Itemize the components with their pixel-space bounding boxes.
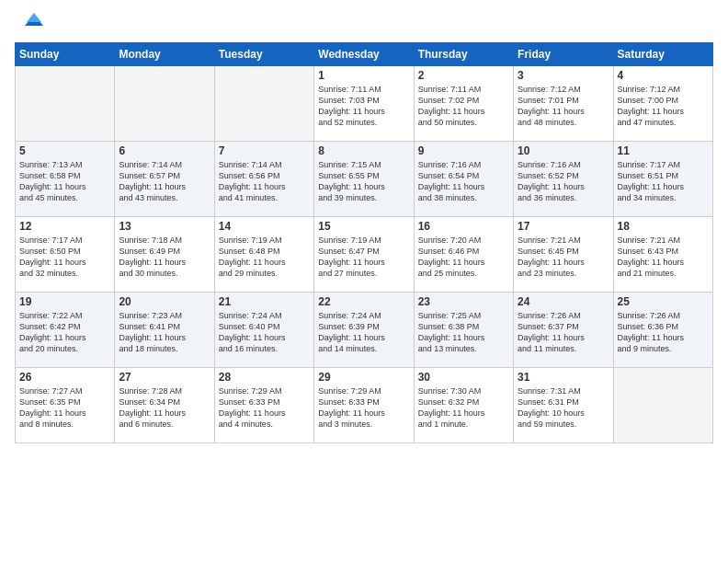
table-row: 20Sunrise: 7:23 AM Sunset: 6:41 PM Dayli…	[115, 293, 214, 368]
day-number: 28	[219, 371, 310, 384]
svg-marker-1	[27, 13, 41, 22]
day-info: Sunrise: 7:21 AM Sunset: 6:45 PM Dayligh…	[518, 235, 609, 280]
day-number: 10	[518, 144, 609, 157]
day-info: Sunrise: 7:29 AM Sunset: 6:33 PM Dayligh…	[318, 385, 409, 431]
day-number: 15	[318, 220, 409, 233]
table-row: 24Sunrise: 7:26 AM Sunset: 6:37 PM Dayli…	[514, 293, 613, 368]
day-info: Sunrise: 7:23 AM Sunset: 6:41 PM Dayligh…	[119, 310, 210, 355]
day-info: Sunrise: 7:25 AM Sunset: 6:38 PM Dayligh…	[418, 310, 509, 355]
day-info: Sunrise: 7:28 AM Sunset: 6:34 PM Dayligh…	[119, 385, 210, 431]
header-monday: Monday	[115, 43, 214, 66]
table-row: 10Sunrise: 7:16 AM Sunset: 6:52 PM Dayli…	[514, 142, 613, 217]
table-row: 26Sunrise: 7:27 AM Sunset: 6:35 PM Dayli…	[16, 368, 115, 443]
weekday-header-row: Sunday Monday Tuesday Wednesday Thursday…	[16, 43, 713, 66]
header-thursday: Thursday	[414, 43, 513, 66]
day-info: Sunrise: 7:12 AM Sunset: 7:00 PM Dayligh…	[618, 84, 709, 129]
day-number: 22	[318, 295, 409, 308]
logo-text	[15, 11, 43, 33]
table-row: 11Sunrise: 7:17 AM Sunset: 6:51 PM Dayli…	[613, 142, 712, 217]
day-info: Sunrise: 7:17 AM Sunset: 6:51 PM Dayligh…	[618, 159, 709, 204]
table-row: 12Sunrise: 7:17 AM Sunset: 6:50 PM Dayli…	[16, 217, 115, 293]
day-number: 11	[618, 144, 709, 157]
calendar-week-row: 1Sunrise: 7:11 AM Sunset: 7:03 PM Daylig…	[16, 66, 713, 142]
table-row: 22Sunrise: 7:24 AM Sunset: 6:39 PM Dayli…	[314, 293, 414, 368]
day-number: 23	[418, 295, 509, 308]
table-row: 18Sunrise: 7:21 AM Sunset: 6:43 PM Dayli…	[613, 217, 712, 293]
table-row: 25Sunrise: 7:26 AM Sunset: 6:36 PM Dayli…	[613, 293, 712, 368]
day-info: Sunrise: 7:19 AM Sunset: 6:48 PM Dayligh…	[219, 235, 310, 280]
table-row: 3Sunrise: 7:12 AM Sunset: 7:01 PM Daylig…	[514, 66, 613, 142]
header	[15, 11, 713, 33]
table-row	[115, 66, 214, 142]
table-row: 21Sunrise: 7:24 AM Sunset: 6:40 PM Dayli…	[214, 293, 313, 368]
header-sunday: Sunday	[16, 43, 115, 66]
table-row: 19Sunrise: 7:22 AM Sunset: 6:42 PM Dayli…	[16, 293, 115, 368]
day-info: Sunrise: 7:17 AM Sunset: 6:50 PM Dayligh…	[19, 235, 110, 280]
table-row: 4Sunrise: 7:12 AM Sunset: 7:00 PM Daylig…	[613, 66, 712, 142]
day-number: 16	[418, 220, 509, 233]
table-row: 5Sunrise: 7:13 AM Sunset: 6:58 PM Daylig…	[16, 142, 115, 217]
table-row: 30Sunrise: 7:30 AM Sunset: 6:32 PM Dayli…	[414, 368, 513, 443]
table-row	[16, 66, 115, 142]
calendar: Sunday Monday Tuesday Wednesday Thursday…	[15, 42, 713, 443]
day-info: Sunrise: 7:26 AM Sunset: 6:36 PM Dayligh…	[618, 310, 709, 355]
logo-icon	[17, 7, 43, 33]
day-info: Sunrise: 7:26 AM Sunset: 6:37 PM Dayligh…	[518, 310, 609, 355]
table-row: 31Sunrise: 7:31 AM Sunset: 6:31 PM Dayli…	[514, 368, 613, 443]
table-row: 2Sunrise: 7:11 AM Sunset: 7:02 PM Daylig…	[414, 66, 513, 142]
header-wednesday: Wednesday	[314, 43, 414, 66]
day-info: Sunrise: 7:19 AM Sunset: 6:47 PM Dayligh…	[318, 235, 409, 280]
day-info: Sunrise: 7:29 AM Sunset: 6:33 PM Dayligh…	[219, 385, 310, 431]
day-number: 6	[119, 144, 210, 157]
day-info: Sunrise: 7:22 AM Sunset: 6:42 PM Dayligh…	[19, 310, 110, 355]
table-row	[214, 66, 313, 142]
day-info: Sunrise: 7:11 AM Sunset: 7:02 PM Dayligh…	[418, 84, 509, 129]
day-info: Sunrise: 7:14 AM Sunset: 6:57 PM Dayligh…	[119, 159, 210, 204]
calendar-week-row: 5Sunrise: 7:13 AM Sunset: 6:58 PM Daylig…	[16, 142, 713, 217]
day-number: 30	[418, 371, 509, 384]
day-number: 8	[318, 144, 409, 157]
table-row: 8Sunrise: 7:15 AM Sunset: 6:55 PM Daylig…	[314, 142, 414, 217]
day-info: Sunrise: 7:14 AM Sunset: 6:56 PM Dayligh…	[219, 159, 310, 204]
day-number: 4	[618, 69, 709, 82]
day-number: 13	[119, 220, 210, 233]
day-number: 5	[19, 144, 110, 157]
day-info: Sunrise: 7:11 AM Sunset: 7:03 PM Dayligh…	[318, 84, 409, 129]
day-number: 20	[119, 295, 210, 308]
table-row: 23Sunrise: 7:25 AM Sunset: 6:38 PM Dayli…	[414, 293, 513, 368]
calendar-week-row: 19Sunrise: 7:22 AM Sunset: 6:42 PM Dayli…	[16, 293, 713, 368]
day-number: 2	[418, 69, 509, 82]
table-row: 1Sunrise: 7:11 AM Sunset: 7:03 PM Daylig…	[314, 66, 414, 142]
day-number: 18	[618, 220, 709, 233]
day-info: Sunrise: 7:30 AM Sunset: 6:32 PM Dayligh…	[418, 385, 509, 431]
day-info: Sunrise: 7:13 AM Sunset: 6:58 PM Dayligh…	[19, 159, 110, 204]
calendar-week-row: 26Sunrise: 7:27 AM Sunset: 6:35 PM Dayli…	[16, 368, 713, 443]
table-row: 17Sunrise: 7:21 AM Sunset: 6:45 PM Dayli…	[514, 217, 613, 293]
day-info: Sunrise: 7:24 AM Sunset: 6:40 PM Dayligh…	[219, 310, 310, 355]
day-number: 12	[19, 220, 110, 233]
header-saturday: Saturday	[613, 43, 712, 66]
day-info: Sunrise: 7:16 AM Sunset: 6:54 PM Dayligh…	[418, 159, 509, 204]
header-tuesday: Tuesday	[214, 43, 313, 66]
day-number: 25	[618, 295, 709, 308]
table-row: 27Sunrise: 7:28 AM Sunset: 6:34 PM Dayli…	[115, 368, 214, 443]
day-info: Sunrise: 7:24 AM Sunset: 6:39 PM Dayligh…	[318, 310, 409, 355]
day-info: Sunrise: 7:21 AM Sunset: 6:43 PM Dayligh…	[618, 235, 709, 280]
calendar-week-row: 12Sunrise: 7:17 AM Sunset: 6:50 PM Dayli…	[16, 217, 713, 293]
day-number: 24	[518, 295, 609, 308]
day-info: Sunrise: 7:16 AM Sunset: 6:52 PM Dayligh…	[518, 159, 609, 204]
table-row: 14Sunrise: 7:19 AM Sunset: 6:48 PM Dayli…	[214, 217, 313, 293]
page: Sunday Monday Tuesday Wednesday Thursday…	[0, 0, 728, 563]
table-row: 15Sunrise: 7:19 AM Sunset: 6:47 PM Dayli…	[314, 217, 414, 293]
header-friday: Friday	[514, 43, 613, 66]
day-number: 31	[518, 371, 609, 384]
day-info: Sunrise: 7:12 AM Sunset: 7:01 PM Dayligh…	[518, 84, 609, 129]
logo	[15, 11, 43, 33]
day-number: 7	[219, 144, 310, 157]
day-info: Sunrise: 7:18 AM Sunset: 6:49 PM Dayligh…	[119, 235, 210, 280]
day-number: 9	[418, 144, 509, 157]
day-number: 1	[318, 69, 409, 82]
day-number: 3	[518, 69, 609, 82]
day-number: 27	[119, 371, 210, 384]
table-row: 9Sunrise: 7:16 AM Sunset: 6:54 PM Daylig…	[414, 142, 513, 217]
